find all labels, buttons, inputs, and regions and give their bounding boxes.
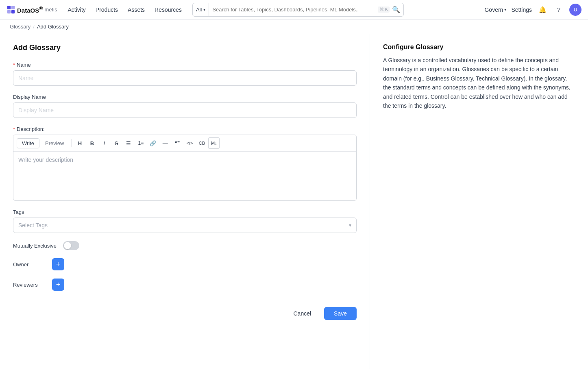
svg-rect-1 [11,6,15,9]
form-panel: Add Glossary * Name Display Name * Descr… [0,34,370,369]
avatar[interactable]: U [569,4,581,16]
italic-button[interactable]: I [98,137,110,149]
nav-assets[interactable]: Assets [124,4,149,15]
info-panel-title: Configure Glossary [383,44,575,51]
description-field-group: * Description: Write Preview H B I S ☰ 1… [13,126,357,201]
reviewers-label: Reviewers [13,282,46,288]
add-owner-button[interactable]: + [52,258,64,270]
mutually-exclusive-label: Mutually Exclusive [13,243,57,249]
unordered-list-button[interactable]: ☰ [123,137,134,149]
svg-rect-0 [7,6,11,9]
header-right: Govern ▾ Settings 🔔 ? U [484,4,581,16]
bold-button[interactable]: B [86,137,98,149]
nav-products[interactable]: Products [91,4,122,15]
search-icon[interactable]: 🔍 [392,6,400,13]
form-actions: Cancel Save [13,299,357,320]
add-reviewers-button[interactable]: + [52,279,64,291]
breadcrumb-current: Add Glossary [37,24,69,30]
strikethrough-button[interactable]: S [111,137,122,149]
cancel-button[interactable]: Cancel [285,307,319,320]
nav-activity[interactable]: Activity [63,4,89,15]
logo-area[interactable]: DataOS® metis [7,5,57,14]
info-panel-description: A Glossary is a controlled vocabulary us… [383,56,575,110]
tags-chevron-icon: ▾ [349,222,351,228]
global-search[interactable]: All ▾ ⌘ K 🔍 [192,3,404,17]
save-button[interactable]: Save [324,307,357,320]
breadcrumb: Glossary / Add Glossary [0,20,588,34]
toolbar-separator-1 [71,139,72,147]
description-input[interactable]: Write your description [13,152,356,200]
logo-sub: metis [44,7,57,13]
logo-text: DataOS® [17,6,43,14]
quote-button[interactable]: ❝❞ [172,137,183,149]
header: DataOS® metis Activity Products Assets R… [0,0,588,20]
display-name-label: Display Name [13,94,357,100]
description-editor: Write Preview H B I S ☰ 1≡ 🔗 — ❝❞ </> CB… [13,135,357,201]
preview-tab[interactable]: Preview [40,139,69,148]
main-layout: Add Glossary * Name Display Name * Descr… [0,34,588,369]
code-button[interactable]: </> [184,137,195,149]
search-input[interactable] [212,7,375,13]
mutually-exclusive-row: Mutually Exclusive [13,241,357,250]
link-button[interactable]: 🔗 [147,137,159,149]
description-label: * Description: [13,126,357,132]
logo-sup: ® [39,6,43,11]
hr-button[interactable]: — [159,137,171,149]
ordered-list-button[interactable]: 1≡ [135,137,146,149]
tags-placeholder: Select Tags [18,222,48,229]
code-block-button[interactable]: CB [196,137,207,149]
tags-select[interactable]: Select Tags ▾ [13,218,357,233]
write-tab[interactable]: Write [17,138,39,148]
name-input[interactable] [13,70,357,86]
display-name-input[interactable] [13,102,357,118]
search-filter-label: All [196,7,202,13]
heading-button[interactable]: H [74,137,85,149]
owner-row: Owner + [13,258,357,270]
search-filter-chevron: ▾ [203,7,205,12]
main-nav: Activity Products Assets Resources [63,4,186,15]
info-panel: Configure Glossary A Glossary is a contr… [370,34,588,369]
reviewers-row: Reviewers + [13,279,357,291]
name-label: * Name [13,62,357,68]
editor-toolbar: Write Preview H B I S ☰ 1≡ 🔗 — ❝❞ </> CB… [13,135,356,152]
name-field-group: * Name [13,62,357,86]
markdown-button[interactable]: M↓ [208,137,220,149]
tags-label: Tags [13,209,357,215]
notifications-button[interactable]: 🔔 [537,4,548,15]
search-filter-dropdown[interactable]: All ▾ [193,3,209,16]
form-title: Add Glossary [13,44,357,52]
owner-label: Owner [13,261,46,268]
mutually-exclusive-toggle[interactable] [63,241,79,250]
keyboard-shortcut-hint: ⌘ K [378,7,390,13]
svg-rect-3 [11,10,15,13]
help-button[interactable]: ? [553,4,564,15]
description-required-star: * [13,126,15,132]
search-input-wrap[interactable]: ⌘ K 🔍 [209,6,403,13]
govern-menu[interactable]: Govern ▾ [484,7,506,13]
display-name-field-group: Display Name [13,94,357,118]
tags-field-group: Tags Select Tags ▾ [13,209,357,233]
govern-chevron-icon: ▾ [504,7,506,12]
description-placeholder: Write your description [18,157,73,163]
name-required-star: * [13,62,15,68]
svg-rect-2 [7,10,11,13]
breadcrumb-separator: / [33,24,35,30]
dataos-logo-icon [7,5,15,14]
govern-label: Govern [484,7,503,13]
settings-link[interactable]: Settings [511,7,532,13]
nav-resources[interactable]: Resources [150,4,186,15]
breadcrumb-parent[interactable]: Glossary [10,24,30,30]
